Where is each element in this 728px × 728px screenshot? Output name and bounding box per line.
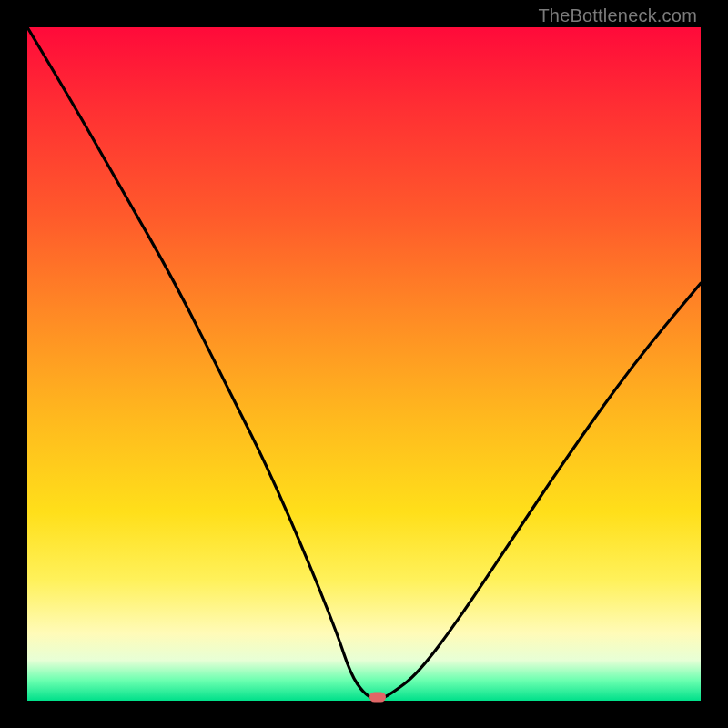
bottleneck-curve — [27, 27, 701, 701]
watermark-text: TheBottleneck.com — [538, 5, 697, 26]
optimum-marker — [369, 693, 386, 703]
chart-frame: TheBottleneck.com — [0, 0, 728, 728]
plot-area — [27, 27, 701, 701]
